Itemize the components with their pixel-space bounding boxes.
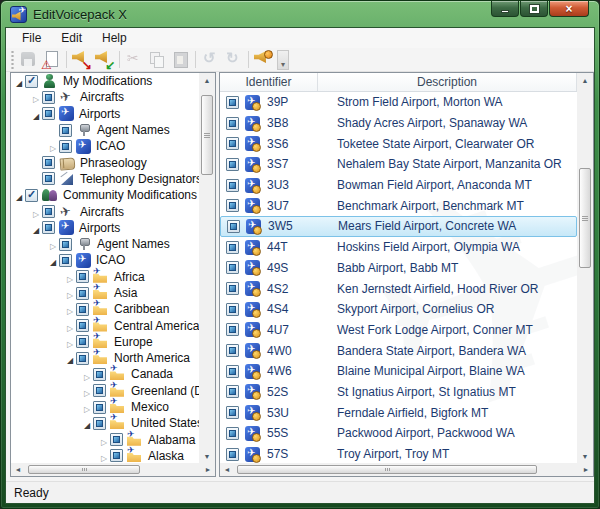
list-row-checkbox[interactable] — [226, 96, 239, 109]
expander-icon[interactable] — [13, 186, 25, 204]
expander-icon[interactable] — [64, 284, 76, 302]
tree-item-checkbox[interactable] — [42, 172, 55, 185]
tree-vscroll-thumb[interactable] — [201, 95, 213, 175]
list-row-checkbox[interactable] — [226, 137, 239, 150]
scroll-down-icon[interactable]: ▼ — [199, 449, 215, 463]
column-header-identifier[interactable]: Identifier — [220, 73, 318, 91]
list-row-checkbox[interactable] — [226, 261, 239, 274]
tree-item-checkbox[interactable] — [93, 384, 106, 397]
scroll-left-icon[interactable]: ◄ — [11, 466, 25, 473]
list-hscroll-thumb[interactable] — [237, 465, 537, 474]
list-row[interactable]: 3S6 Toketee State Airport, Clearwater OR — [220, 133, 577, 154]
tree-item[interactable]: Caribbean — [11, 301, 199, 317]
list-row-checkbox[interactable] — [227, 220, 240, 233]
tree-item-checkbox[interactable] — [59, 124, 72, 137]
scroll-left-icon[interactable]: ◄ — [220, 466, 234, 473]
tree-item-checkbox[interactable] — [110, 449, 123, 462]
tree-item[interactable]: Aircrafts — [11, 89, 199, 105]
list-row[interactable]: 49S Babb Airport, Babb MT — [220, 258, 577, 279]
tree-item-checkbox[interactable] — [25, 75, 38, 88]
tree-item[interactable]: Phraseology — [11, 154, 199, 170]
tree-item-checkbox[interactable] — [59, 254, 72, 267]
list-row-checkbox[interactable] — [226, 241, 239, 254]
tree-vertical-scrollbar[interactable]: ▲ ▼ — [199, 73, 215, 463]
tree-item-checkbox[interactable] — [42, 107, 55, 120]
minimize-button[interactable] — [491, 1, 519, 17]
list-row[interactable]: 53U Ferndale Airfield, Bigfork MT — [220, 402, 577, 423]
list-row[interactable]: 4U7 West Fork Lodge Airport, Conner MT — [220, 320, 577, 341]
tree-item[interactable]: Mexico — [11, 399, 199, 415]
list-row[interactable]: 55S Packwood Airport, Packwood WA — [220, 423, 577, 444]
expander-icon[interactable] — [98, 431, 110, 449]
tree-item[interactable]: Canada — [11, 366, 199, 382]
list-row[interactable]: 4W0 Bandera State Airport, Bandera WA — [220, 340, 577, 361]
tree-item-checkbox[interactable] — [93, 417, 106, 430]
tree-item-checkbox[interactable] — [42, 156, 55, 169]
scroll-down-icon[interactable]: ▼ — [577, 449, 593, 463]
column-header-description[interactable]: Description — [318, 73, 577, 91]
tree-item-checkbox[interactable] — [110, 433, 123, 446]
tree-item[interactable]: United States — [11, 415, 199, 431]
list-row-checkbox[interactable] — [226, 448, 239, 461]
list-row-checkbox[interactable] — [226, 117, 239, 130]
list-row-checkbox[interactable] — [226, 282, 239, 295]
expander-icon[interactable] — [64, 333, 76, 351]
list-vertical-scrollbar[interactable]: ▲ ▼ — [577, 73, 593, 463]
expander-icon[interactable] — [81, 366, 93, 384]
tree-item-checkbox[interactable] — [93, 368, 106, 381]
tree-item[interactable]: Agent Names — [11, 122, 199, 138]
list-row-checkbox[interactable] — [226, 179, 239, 192]
tree-item[interactable]: Airports — [11, 220, 199, 236]
tree-item-checkbox[interactable] — [76, 319, 89, 332]
tree-item-checkbox[interactable] — [76, 335, 89, 348]
tree-item-checkbox[interactable] — [42, 221, 55, 234]
tree-item-checkbox[interactable] — [42, 205, 55, 218]
tree-item[interactable]: Aircrafts — [11, 203, 199, 219]
list-horizontal-scrollbar[interactable]: ◄ ► — [220, 463, 593, 476]
speaker-options-button[interactable] — [252, 49, 275, 70]
list-row-checkbox[interactable] — [226, 406, 239, 419]
tree-item[interactable]: ICAO — [11, 252, 199, 268]
maximize-button[interactable] — [520, 1, 548, 17]
list-row-checkbox[interactable] — [226, 344, 239, 357]
tree-item-checkbox[interactable] — [76, 287, 89, 300]
expander-icon[interactable] — [47, 137, 59, 155]
tree-hscroll-thumb[interactable] — [28, 465, 140, 474]
tree-item-checkbox[interactable] — [59, 238, 72, 251]
tree-item[interactable]: Telephony Designators — [11, 171, 199, 187]
tree-item-checkbox[interactable] — [76, 303, 89, 316]
tree-item[interactable]: Alaska — [11, 448, 199, 463]
expander-icon[interactable] — [81, 398, 93, 416]
menu-help[interactable]: Help — [92, 29, 137, 47]
scroll-up-icon[interactable]: ▲ — [577, 73, 593, 87]
menu-file[interactable]: File — [12, 29, 51, 47]
expander-icon[interactable] — [98, 447, 110, 463]
tree-item-checkbox[interactable] — [25, 189, 38, 202]
list-row[interactable]: 4W6 Blaine Municipal Airport, Blaine WA — [220, 361, 577, 382]
toolbar-grip[interactable] — [10, 51, 15, 69]
scroll-up-icon[interactable]: ▲ — [199, 73, 215, 87]
tree-item[interactable]: Europe — [11, 334, 199, 350]
tree-item-checkbox[interactable] — [76, 270, 89, 283]
expander-icon[interactable] — [13, 73, 25, 90]
list-row[interactable]: 3W5 Mears Field Airport, Concrete WA — [220, 216, 577, 237]
tree-item-checkbox[interactable] — [76, 352, 89, 365]
list-row-checkbox[interactable] — [226, 199, 239, 212]
tree-item[interactable]: ICAO — [11, 138, 199, 154]
list-row-checkbox[interactable] — [226, 385, 239, 398]
expander-icon[interactable] — [81, 414, 93, 432]
menu-edit[interactable]: Edit — [51, 29, 92, 47]
list-row[interactable]: 3U3 Bowman Field Airport, Anaconda MT — [220, 175, 577, 196]
list-vscroll-thumb[interactable] — [579, 168, 591, 268]
list-row-checkbox[interactable] — [226, 158, 239, 171]
scroll-right-icon[interactable]: ► — [201, 466, 215, 473]
toolbar-overflow-button[interactable] — [277, 50, 289, 70]
list-row-checkbox[interactable] — [226, 323, 239, 336]
tree-item[interactable]: Asia — [11, 285, 199, 301]
list-row-checkbox[interactable] — [226, 427, 239, 440]
tree-item-checkbox[interactable] — [59, 140, 72, 153]
expander-icon[interactable] — [64, 349, 76, 367]
list-row[interactable]: 44T Hoskins Field Airport, Olympia WA — [220, 237, 577, 258]
list-row[interactable]: 3S7 Nehalem Bay State Airport, Manzanita… — [220, 154, 577, 175]
expander-icon[interactable] — [47, 235, 59, 253]
